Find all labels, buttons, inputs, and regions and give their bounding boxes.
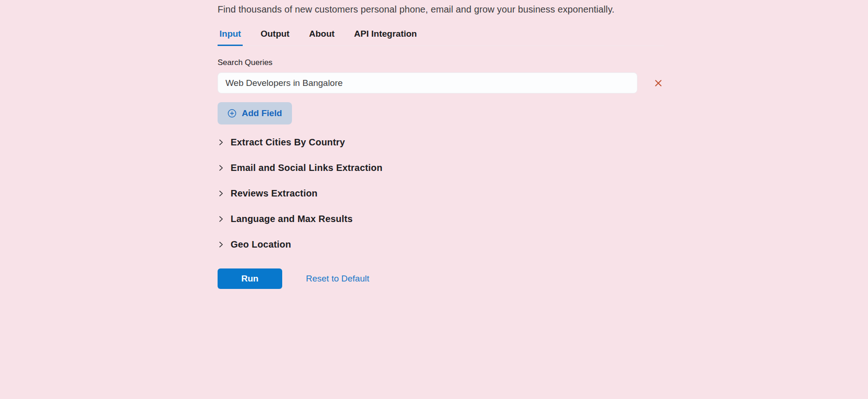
add-field-button[interactable]: Add Field [218, 102, 292, 124]
section-title: Reviews Extraction [231, 188, 318, 199]
section-title: Geo Location [231, 239, 291, 250]
tab-api-integration[interactable]: API Integration [352, 29, 419, 46]
section-geo-location[interactable]: Geo Location [218, 236, 291, 252]
main-content: Find thousands of new customers personal… [218, 0, 664, 289]
run-button[interactable]: Run [218, 268, 282, 289]
chevron-right-icon [218, 190, 225, 197]
search-query-input[interactable] [218, 72, 637, 93]
tab-output[interactable]: Output [258, 29, 291, 46]
section-extract-cities-by-country[interactable]: Extract Cities By Country [218, 134, 345, 150]
reset-to-default-link[interactable]: Reset to Default [306, 274, 369, 284]
tabs-bar: Input Output About API Integration [218, 29, 664, 46]
section-reviews-extraction[interactable]: Reviews Extraction [218, 185, 318, 201]
section-title: Language and Max Results [231, 214, 353, 224]
page-tagline: Find thousands of new customers personal… [218, 4, 664, 15]
add-field-label: Add Field [242, 108, 282, 118]
remove-query-button[interactable] [653, 78, 664, 89]
section-title: Email and Social Links Extraction [231, 163, 383, 173]
tab-about[interactable]: About [307, 29, 337, 46]
chevron-right-icon [218, 216, 225, 222]
chevron-right-icon [218, 139, 225, 146]
section-language-and-max-results[interactable]: Language and Max Results [218, 211, 353, 227]
section-email-and-social-links-extraction[interactable]: Email and Social Links Extraction [218, 160, 383, 176]
x-icon [654, 78, 663, 88]
actions-row: Run Reset to Default [218, 268, 664, 289]
section-title: Extract Cities By Country [231, 137, 345, 148]
search-query-row [218, 72, 664, 93]
tab-input[interactable]: Input [218, 29, 243, 46]
circled-plus-icon [227, 109, 237, 118]
chevron-right-icon [218, 241, 225, 248]
accordion-sections: Extract Cities By Country Email and Soci… [218, 134, 664, 252]
chevron-right-icon [218, 164, 225, 171]
search-queries-label: Search Queries [218, 58, 664, 67]
